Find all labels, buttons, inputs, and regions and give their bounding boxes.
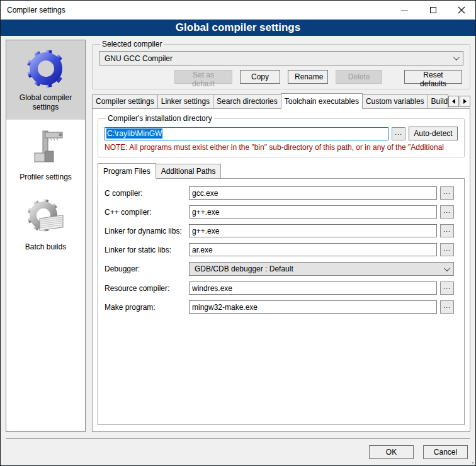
tab-additional-paths[interactable]: Additional Paths [156, 164, 222, 179]
linker-dynamic-input[interactable] [189, 224, 437, 237]
make-program-input[interactable] [189, 300, 437, 314]
cpp-compiler-input[interactable] [189, 205, 437, 219]
set-as-default-button[interactable]: Set as default [174, 70, 232, 84]
linker-static-input[interactable] [189, 243, 437, 256]
settings-content: Selected compiler GNU GCC Compiler Set a… [92, 40, 470, 432]
minimize-button[interactable] [390, 1, 419, 20]
sidebar-item-label: Global compiler settings [9, 93, 82, 112]
tab-scroll-right-button[interactable] [460, 96, 470, 107]
installation-directory-group: Compiler's installation directory C:\ray… [98, 114, 465, 157]
linker-dynamic-label: Linker for dynamic libs: [105, 227, 189, 236]
window-controls [390, 1, 475, 20]
selected-compiler-group: Selected compiler GNU GCC Compiler Set a… [92, 40, 470, 89]
installation-directory-row: C:\raylib\MinGW ... Auto-detect [105, 127, 458, 140]
installation-directory-value: C:\raylib\MinGW [106, 128, 162, 139]
resize-grip[interactable] [467, 457, 473, 463]
maximize-button[interactable] [419, 1, 447, 20]
close-button[interactable] [447, 1, 475, 20]
installation-directory-browse-button[interactable]: ... [392, 127, 405, 140]
caliper-icon [26, 128, 66, 168]
field-row-c-compiler: C compiler: ... [105, 186, 454, 200]
ok-button[interactable]: OK [369, 445, 414, 459]
tab-scroll-arrows [448, 96, 470, 107]
debugger-select[interactable]: GDB/CDB debugger : Default [189, 262, 454, 276]
settings-tab-bar: Compiler settings Linker settings Search… [92, 93, 470, 108]
field-row-debugger: Debugger: GDB/CDB debugger : Default [105, 262, 454, 276]
linker-static-label: Linker for static libs: [105, 246, 189, 254]
maximize-icon [430, 7, 436, 13]
settings-category-list: Global compiler settings Profiler settin… [6, 40, 86, 432]
tab-search-directories[interactable]: Search directories [213, 94, 281, 109]
copy-button[interactable]: Copy [240, 70, 280, 84]
chevron-down-icon [444, 265, 450, 271]
toolchain-executables-panel: Compiler's installation directory C:\ray… [92, 108, 470, 432]
make-program-browse-button[interactable]: ... [440, 300, 454, 314]
tab-scroll-right-icon [463, 99, 467, 104]
field-row-cpp-compiler: C++ compiler: ... [105, 205, 454, 219]
dialog-header: Global compiler settings [1, 20, 475, 36]
reset-defaults-button[interactable]: Reset defaults [404, 70, 462, 84]
title-bar: Compiler settings [1, 1, 475, 20]
field-row-linker-static: Linker for static libs: ... [105, 243, 454, 256]
field-row-linker-dynamic: Linker for dynamic libs: ... [105, 224, 454, 237]
cpp-compiler-browse-button[interactable]: ... [440, 205, 454, 219]
installation-directory-legend: Compiler's installation directory [106, 114, 214, 123]
blue-gear-icon [26, 48, 66, 89]
tab-compiler-settings[interactable]: Compiler settings [92, 94, 158, 109]
make-program-label: Make program: [105, 303, 189, 312]
resource-compiler-browse-button[interactable]: ... [440, 281, 454, 295]
cancel-button[interactable]: Cancel [423, 445, 468, 459]
compiler-select[interactable]: GNU GCC Compiler [99, 51, 463, 65]
minimize-icon [401, 10, 408, 11]
sidebar-item-batch-builds[interactable]: Batch builds [6, 190, 85, 259]
close-icon [458, 6, 465, 14]
gray-gear-stack-icon [26, 198, 66, 238]
sidebar-item-label: Profiler settings [20, 173, 72, 182]
chevron-down-icon [453, 54, 460, 60]
c-compiler-label: C compiler: [105, 189, 189, 198]
auto-detect-button[interactable]: Auto-detect [409, 127, 458, 140]
tab-program-files[interactable]: Program Files [98, 163, 156, 179]
debugger-select-value: GDB/CDB debugger : Default [195, 264, 293, 273]
linker-dynamic-browse-button[interactable]: ... [440, 224, 454, 237]
tab-scroll-left-icon [452, 99, 455, 104]
tab-scroll-left-button[interactable] [448, 96, 459, 107]
tab-toolchain-executables[interactable]: Toolchain executables [281, 93, 363, 109]
installation-directory-input[interactable]: C:\raylib\MinGW [105, 127, 388, 140]
linker-static-browse-button[interactable]: ... [440, 243, 454, 256]
resource-compiler-label: Resource compiler: [105, 284, 189, 293]
tab-build-options[interactable]: Build options [428, 94, 448, 109]
programs-tab-bar: Program Files Additional Paths [98, 163, 220, 178]
tab-custom-variables[interactable]: Custom variables [362, 94, 428, 109]
c-compiler-input[interactable] [189, 186, 437, 200]
tab-linker-settings[interactable]: Linker settings [157, 94, 213, 109]
delete-button[interactable]: Delete [336, 70, 382, 84]
sidebar-item-label: Batch builds [25, 242, 66, 252]
sidebar-item-profiler-settings[interactable]: Profiler settings [6, 120, 85, 190]
compiler-buttons-row: Set as default Copy Rename Delete Reset … [174, 70, 463, 84]
cpp-compiler-label: C++ compiler: [105, 208, 189, 217]
bin-subdirectory-note: NOTE: All programs must exist either in … [105, 143, 458, 152]
dialog-body: Global compiler settings Profiler settin… [1, 36, 475, 438]
compiler-select-value: GNU GCC Compiler [105, 54, 173, 63]
program-files-panel: C compiler: ... C++ compiler: ... Linker… [98, 178, 465, 425]
dialog-header-title: Global compiler settings [176, 21, 300, 34]
resource-compiler-input[interactable] [189, 281, 437, 295]
rename-button[interactable]: Rename [288, 70, 328, 84]
sidebar-item-global-compiler-settings[interactable]: Global compiler settings [6, 40, 85, 120]
compiler-settings-window: Compiler settings Global compiler settin… [0, 0, 476, 466]
field-row-make-program: Make program: ... [105, 300, 454, 314]
selected-compiler-legend: Selected compiler [100, 40, 164, 48]
c-compiler-browse-button[interactable]: ... [440, 186, 454, 200]
debugger-label: Debugger: [105, 264, 189, 273]
window-title: Compiler settings [1, 6, 65, 14]
footer: OK Cancel [1, 439, 475, 465]
field-row-resource-compiler: Resource compiler: ... [105, 281, 454, 295]
